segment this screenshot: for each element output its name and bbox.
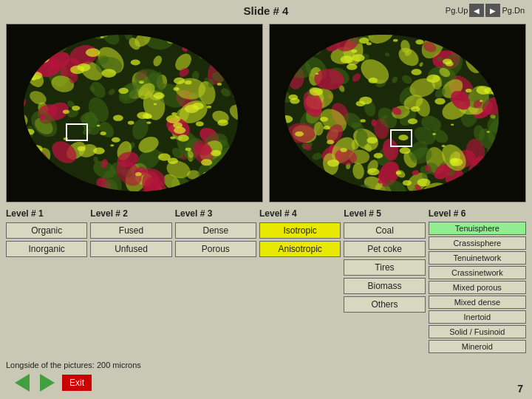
level5-btn1[interactable]: Coal (344, 222, 425, 239)
level3-btn1[interactable]: Dense (175, 222, 256, 239)
pgup-label: Pg.Up (446, 6, 468, 15)
level5-btn3[interactable]: Tires (344, 259, 425, 276)
level-header-1: Level # 1 (6, 208, 87, 219)
pgdn-label: Pg.Dn (502, 6, 525, 15)
level5-btn2[interactable]: Pet coke (344, 241, 425, 257)
level-header-5: Level # 5 (344, 208, 425, 219)
level5-btn5[interactable]: Others (344, 296, 425, 313)
level6-btn3[interactable]: Tenuinetwork (429, 251, 526, 265)
header: Slide # 4 Pg.Up ◀ ▶ Pg.Dn (0, 0, 532, 21)
images-row (0, 21, 532, 205)
level-col-4: Level # 4IsotropicAnisotropic (259, 208, 341, 257)
right-slide-image (269, 24, 526, 202)
level1-btn1[interactable]: Organic (6, 222, 87, 239)
level-col-1: Level # 1OrganicInorganic (6, 208, 87, 257)
bottom-row: Longside of the pictures: 200 microns Ex… (0, 358, 532, 396)
level6-btn8[interactable]: Solid / Fusinoid (429, 325, 526, 338)
level-header-2: Level # 2 (90, 208, 171, 219)
left-slide-image (6, 24, 263, 202)
level2-btn2[interactable]: Unfused (90, 241, 171, 257)
level-col-6: Level # 6Tenui­sphereCrassi­sphereTenuin… (429, 208, 526, 353)
left-canvas (7, 24, 262, 202)
pgup-button[interactable]: ◀ (469, 4, 484, 17)
level4-btn2[interactable]: Anisotropic (259, 241, 341, 257)
slide-title: Slide # 4 (244, 4, 289, 17)
level-col-2: Level # 2FusedUnfused (90, 208, 171, 257)
left-selection-box (66, 123, 88, 141)
pgdn-button[interactable]: ▶ (485, 4, 500, 17)
level4-btn1[interactable]: Isotropic (259, 222, 341, 239)
level5-btn4[interactable]: Biomass (344, 278, 425, 294)
prev-icon (15, 374, 30, 392)
bottom-left: Longside of the pictures: 200 microns Ex… (6, 361, 141, 393)
prev-button[interactable] (12, 372, 33, 393)
right-selection-box (390, 129, 412, 147)
level-header-3: Level # 3 (175, 208, 256, 219)
page-number: 7 (517, 383, 523, 395)
level6-btn4[interactable]: Crassinetwork (429, 266, 526, 279)
level-col-3: Level # 3DensePorous (175, 208, 256, 257)
level6-btn9[interactable]: Mineroid (429, 340, 526, 353)
level6-btn2[interactable]: Crassi­sphere (429, 236, 526, 250)
right-canvas (270, 24, 525, 202)
levels-row: Level # 1OrganicInorganicLevel # 2FusedU… (0, 205, 532, 356)
level-header-4: Level # 4 (259, 208, 341, 219)
level6-btn1[interactable]: Tenui­sphere (429, 222, 526, 235)
level-header-6: Level # 6 (429, 208, 526, 219)
level6-btn5[interactable]: Mixed porous (429, 281, 526, 294)
next-icon (40, 374, 55, 392)
level2-btn1[interactable]: Fused (90, 222, 171, 239)
exit-button[interactable]: Exit (62, 375, 92, 391)
level6-btn7[interactable]: Inertoid (429, 310, 526, 324)
level-col-5: Level # 5CoalPet cokeTiresBiomassOthers (344, 208, 425, 313)
level6-btn6[interactable]: Mixed dense (429, 296, 526, 309)
nav-controls: Pg.Up ◀ ▶ Pg.Dn (446, 4, 525, 17)
bottom-nav: Exit (12, 372, 141, 393)
level3-btn2[interactable]: Porous (175, 241, 256, 257)
level1-btn2[interactable]: Inorganic (6, 241, 87, 257)
longside-text: Longside of the pictures: 200 microns (6, 361, 141, 369)
next-button[interactable] (37, 372, 58, 393)
